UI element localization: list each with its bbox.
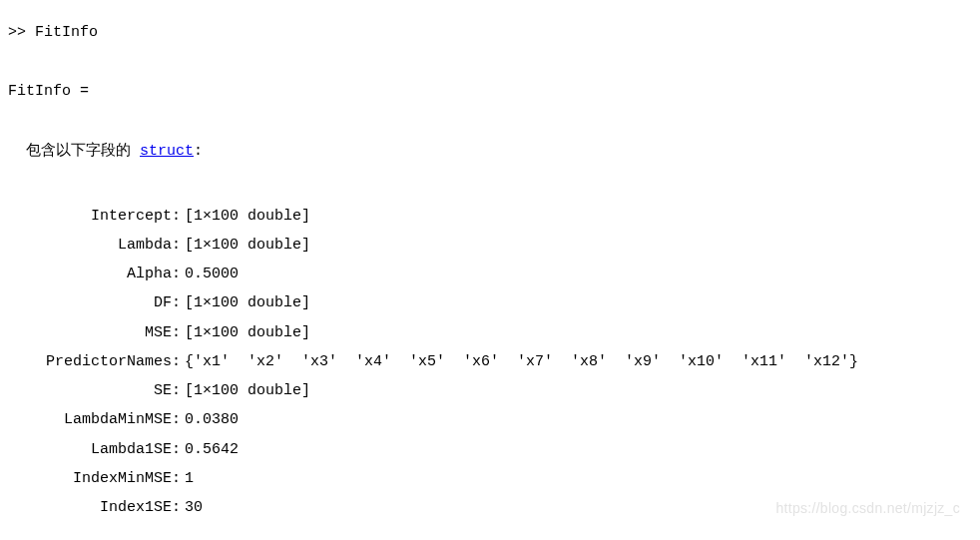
blank-line [8,166,972,195]
struct-field-value: {'x1' 'x2' 'x3' 'x4' 'x5' 'x6' 'x7' 'x8'… [181,347,858,376]
blank-line [8,47,972,76]
struct-field-row: Alpha:0.5000 [44,260,972,288]
struct-field-value: 30 [181,493,203,522]
struct-field-name: LambdaMinMSE [44,405,172,434]
struct-field-value: [1×100 double] [181,202,310,231]
struct-field-row: IndexMinMSE:1 [44,464,972,493]
struct-fields-block: Intercept:[1×100 double]Lambda:[1×100 do… [8,202,972,523]
struct-field-colon: : [172,202,181,231]
blank-line [8,106,972,135]
struct-field-name: Lambda1SE [44,435,172,464]
struct-field-value: 0.5642 [181,435,239,464]
struct-field-name: IndexMinMSE [44,464,172,493]
struct-field-name: PredictorNames [44,347,172,376]
struct-field-colon: : [172,318,181,347]
struct-field-colon: : [172,405,181,434]
struct-link[interactable]: struct [140,143,194,160]
struct-intro-suffix: : [194,143,203,160]
struct-field-colon: : [172,231,181,260]
result-variable-line: FitInfo = [8,77,972,106]
struct-field-name: MSE [44,318,172,347]
struct-field-value: [1×100 double] [181,231,310,260]
struct-field-row: Lambda1SE:0.5642 [44,435,972,464]
struct-field-name: Alpha [44,260,172,288]
struct-field-row: MSE:[1×100 double] [44,318,972,347]
struct-field-row: DF:[1×100 double] [44,288,972,317]
struct-field-colon: : [172,464,181,493]
struct-field-row: Lambda:[1×100 double] [44,231,972,260]
struct-intro-prefix: 包含以下字段的 [8,143,140,160]
struct-field-colon: : [172,260,181,288]
struct-field-value: [1×100 double] [181,288,310,317]
struct-field-value: [1×100 double] [181,318,310,347]
struct-field-value: 1 [181,464,194,493]
command-prompt-line: >> FitInfo [8,18,972,47]
struct-field-row: SE:[1×100 double] [44,376,972,405]
struct-field-value: 0.0380 [181,405,239,434]
struct-field-value: 0.5000 [181,260,239,288]
struct-field-name: Intercept [44,202,172,231]
struct-field-row: PredictorNames:{'x1' 'x2' 'x3' 'x4' 'x5'… [44,347,972,376]
struct-intro-line: 包含以下字段的 struct: [8,137,972,166]
struct-field-row: LambdaMinMSE:0.0380 [44,405,972,434]
struct-field-name: SE [44,376,172,405]
struct-field-name: Lambda [44,231,172,260]
struct-field-colon: : [172,288,181,317]
struct-field-colon: : [172,435,181,464]
struct-field-value: [1×100 double] [181,376,310,405]
struct-field-row: Intercept:[1×100 double] [44,202,972,231]
struct-field-name: DF [44,288,172,317]
struct-field-colon: : [172,347,181,376]
watermark-text: https://blog.csdn.net/mjzjz_c [775,495,960,522]
struct-field-colon: : [172,493,181,522]
struct-field-name: Index1SE [44,493,172,522]
struct-field-colon: : [172,376,181,405]
